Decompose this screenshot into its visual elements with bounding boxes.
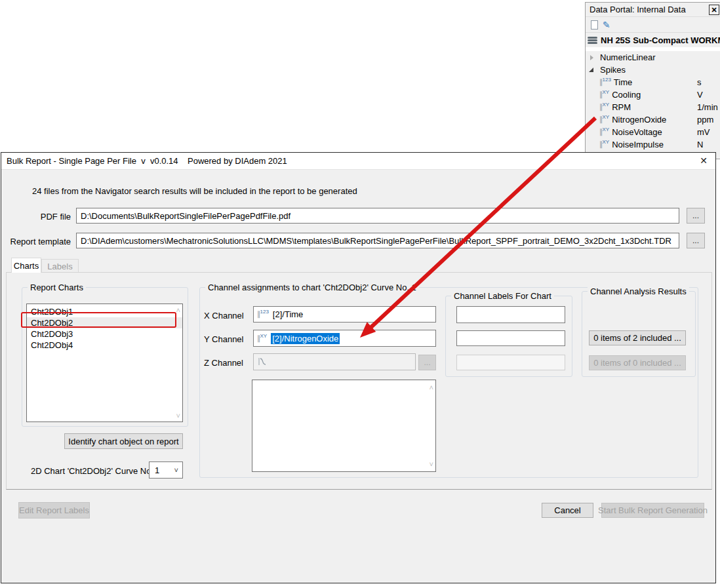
channel-name: NitrogenOxide (612, 115, 666, 125)
new-file-icon[interactable] (591, 20, 598, 29)
tree-group-spikes[interactable]: Spikes (586, 64, 720, 76)
bulk-report-dialog: Bulk Report - Single Page Per File v v0.… (1, 152, 716, 583)
curve-no-dropdown[interactable]: 1 ˅ (149, 461, 183, 479)
chevron-right-icon[interactable] (590, 55, 593, 60)
channel-icon-type: XY (260, 333, 268, 339)
data-portal-title: Data Portal: Internal Data (590, 5, 686, 14)
channel-unit: s (697, 77, 702, 87)
list-item-selected[interactable]: Cht2DObj2 (27, 317, 182, 328)
data-portal-titlebar: Data Portal: Internal Data ✕ (586, 3, 720, 17)
x-channel-label: X Channel (204, 311, 244, 321)
channel-label-input-2[interactable] (456, 330, 565, 346)
channel-icon-type: 123 (260, 309, 269, 315)
channel-icon-type: XY (603, 127, 610, 132)
channel-row-nitrogenoxide[interactable]: ∥XY NitrogenOxide ppm (586, 113, 720, 126)
channel-name: NoiseVoltage (612, 127, 662, 137)
tree-group-label: Spikes (600, 65, 626, 75)
scroll-up-icon[interactable]: ˄ (176, 307, 180, 313)
channel-row-cooling[interactable]: ∥XY Cooling V (586, 88, 720, 101)
data-portal-panel: Data Portal: Internal Data ✕ ✎ NH 25S Su… (585, 2, 720, 159)
z-browse-button[interactable]: ... (418, 355, 436, 370)
chevron-expanded-icon[interactable] (589, 68, 593, 72)
channel-icon-type: 123 (603, 77, 611, 83)
curve-icon (257, 357, 268, 366)
channel-label-input-1[interactable] (456, 306, 565, 323)
pdf-browse-button[interactable]: ... (687, 208, 705, 224)
z-channel-input[interactable] (253, 353, 416, 370)
edit-data-icon[interactable]: ✎ (603, 20, 610, 29)
list-item[interactable]: Cht2DObj3 (27, 328, 182, 340)
pdf-file-value: D:\Documents\BulkReportSingleFilePerPage… (81, 211, 290, 221)
channel-label-input-3[interactable] (456, 355, 565, 370)
scroll-up-icon[interactable]: ˄ (430, 384, 433, 391)
scroll-down-icon[interactable]: ˅ (176, 412, 180, 419)
dialog-title: Bulk Report - Single Page Per File v v0.… (7, 156, 287, 166)
analysis-items-button-1[interactable]: 0 items of 2 included ... (589, 330, 686, 345)
channel-name: Cooling (612, 90, 641, 100)
identify-chart-button[interactable]: Identify chart object on report (64, 433, 183, 449)
assignment-list-box[interactable]: ˄ ˅ (252, 380, 436, 472)
chevron-down-icon: ˅ (174, 466, 178, 474)
channel-unit: V (697, 90, 703, 100)
pdf-file-label: PDF file (1, 212, 71, 222)
report-template-value: D:\DIAdem\customers\MechatronicSolutions… (81, 236, 671, 246)
data-portal-toolbar: ✎ (586, 17, 720, 33)
tree-group-numericlinear[interactable]: NumericLinear (586, 51, 720, 64)
report-charts-listbox[interactable]: Cht2DObj1 Cht2DObj2 Cht2DObj3 Cht2DObj4 … (26, 304, 183, 422)
channel-name: RPM (612, 102, 631, 112)
channel-unit: 1/min (697, 102, 718, 112)
cancel-button[interactable]: Cancel (542, 503, 593, 518)
channel-unit: mV (697, 127, 710, 137)
channel-analysis-title: Channel Analysis Results (588, 286, 689, 296)
channel-assignments-title: Channel assignments to chart 'Cht2DObj2'… (205, 283, 419, 292)
channel-icon-type: XY (603, 139, 610, 145)
channel-icon-type: XY (603, 89, 610, 95)
y-channel-input[interactable]: ∥XY [2]/NitrogenOxide (253, 330, 436, 347)
channel-labels-title: Channel Labels For Chart (451, 291, 554, 301)
y-channel-label: Y Channel (204, 334, 243, 344)
report-template-input[interactable]: D:\DIAdem\customers\MechatronicSolutions… (76, 233, 679, 248)
tree-group-label: NumericLinear (600, 52, 656, 62)
list-item[interactable]: Cht2DObj1 (27, 306, 182, 317)
dialog-titlebar[interactable]: Bulk Report - Single Page Per File v v0.… (1, 153, 715, 170)
report-template-label: Report template (1, 237, 71, 246)
channel-row-rpm[interactable]: ∥XY RPM 1/min (586, 101, 720, 113)
tab-charts[interactable]: Charts (11, 258, 41, 273)
list-item[interactable]: Cht2DObj4 (27, 340, 182, 351)
file-count-info: 24 files from the Navigator search resul… (32, 186, 357, 196)
analysis-items-button-2[interactable]: 0 items of 0 included ... (589, 355, 686, 370)
x-channel-value: [2]/Time (273, 309, 303, 319)
tab-labels[interactable]: Labels (41, 259, 79, 273)
channel-unit: N (697, 140, 703, 149)
curve-no-value: 1 (155, 465, 159, 475)
database-icon (588, 37, 597, 44)
y-channel-value-selected: [2]/NitrogenOxide (271, 333, 340, 344)
report-charts-group-title: Report Charts (28, 283, 86, 292)
template-browse-button[interactable]: ... (687, 233, 705, 248)
channel-name: Time (614, 77, 632, 87)
data-root-item[interactable]: NH 25S Sub-Compact WORKM... (586, 33, 720, 47)
scroll-down-icon[interactable]: ˅ (430, 461, 433, 467)
close-icon[interactable]: ✕ (709, 5, 719, 15)
pdf-file-input[interactable]: D:\Documents\BulkReportSingleFilePerPage… (76, 208, 679, 224)
z-channel-label: Z Channel (204, 358, 243, 368)
curve-no-label: 2D Chart 'Cht2DObj2' Curve No. (31, 466, 153, 476)
data-root-label: NH 25S Sub-Compact WORKM... (601, 35, 720, 45)
start-bulk-report-button[interactable]: Start Bulk Report Generation (601, 503, 704, 518)
close-icon[interactable]: ✕ (700, 155, 708, 166)
channel-row-noisevoltage[interactable]: ∥XY NoiseVoltage mV (586, 126, 720, 138)
channel-name: NoiseImpulse (612, 140, 664, 149)
channel-icon-type: XY (603, 114, 610, 120)
channel-unit: ppm (697, 115, 713, 125)
edit-report-labels-button[interactable]: Edit Report Labels (18, 502, 90, 519)
channel-icon-type: XY (603, 102, 610, 108)
channel-row-noiseimpulse[interactable]: ∥XY NoiseImpulse N (586, 138, 720, 151)
x-channel-input[interactable]: ∥123 [2]/Time (253, 306, 436, 323)
channel-row-time[interactable]: ∥123 Time s (586, 76, 720, 88)
